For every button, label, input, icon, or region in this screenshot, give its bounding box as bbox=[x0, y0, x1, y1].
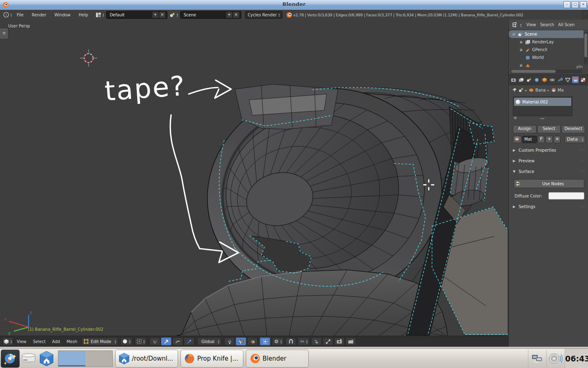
tab-render[interactable] bbox=[510, 76, 517, 83]
material-unlink-button[interactable]: × bbox=[554, 136, 561, 143]
list-resize-grip[interactable]: ══ bbox=[540, 117, 544, 121]
expand-toggle-icon[interactable]: ⊕ bbox=[519, 40, 523, 44]
vp-menu-view[interactable]: View bbox=[13, 339, 30, 344]
data-link-dropdown[interactable]: Data▴▾ bbox=[565, 136, 585, 143]
diffuse-color-swatch[interactable] bbox=[548, 192, 584, 200]
menu-render[interactable]: Render bbox=[28, 13, 51, 17]
panel-surface[interactable]: ▼ Surface ∷∷ bbox=[513, 168, 585, 175]
workspace-2[interactable] bbox=[85, 351, 112, 366]
breadcrumb-object[interactable]: Bana bbox=[535, 88, 546, 92]
occlude-geometry-button[interactable] bbox=[260, 337, 270, 346]
area-resize-grip[interactable] bbox=[581, 10, 588, 20]
file-manager-icon[interactable] bbox=[38, 350, 56, 368]
material-slot-list[interactable]: Material.002 bbox=[513, 96, 572, 116]
tab-data[interactable] bbox=[564, 76, 571, 83]
material-slot-row[interactable]: Material.002 bbox=[514, 98, 571, 106]
toolbar-expand-tab[interactable]: + bbox=[0, 28, 9, 39]
layout-selector[interactable]: Default + × bbox=[106, 11, 167, 19]
tab-render-layers[interactable] bbox=[518, 76, 524, 83]
tab-world[interactable] bbox=[533, 76, 540, 83]
expand-toggle-icon[interactable]: ⊕ bbox=[519, 63, 523, 67]
menu-window[interactable]: Window bbox=[50, 13, 74, 17]
volume-tray-icon[interactable] bbox=[546, 350, 565, 368]
pivot-selector[interactable]: ▴▾ bbox=[135, 337, 147, 346]
vp-menu-select[interactable]: Select bbox=[30, 339, 49, 344]
panel-settings[interactable]: ▶ Settings ∷∷ bbox=[513, 203, 585, 210]
outliner-menu-search[interactable]: Search bbox=[540, 22, 554, 27]
vertex-select-button[interactable] bbox=[224, 337, 235, 346]
tab-modifiers[interactable] bbox=[557, 76, 563, 83]
expand-toggle-icon[interactable]: ⊖ bbox=[511, 32, 516, 36]
render-opengl-button[interactable] bbox=[334, 337, 345, 346]
outliner-item-scene[interactable]: ⊖ Scene bbox=[509, 30, 584, 38]
menu-help[interactable]: Help bbox=[75, 13, 92, 17]
mode-selector[interactable]: Edit Mode ▴▾ bbox=[82, 337, 118, 346]
tab-material[interactable] bbox=[572, 76, 579, 83]
start-menu-button[interactable] bbox=[1, 350, 20, 368]
face-select-button[interactable] bbox=[247, 337, 258, 346]
add-slot-icon[interactable]: ⊕ bbox=[514, 116, 517, 120]
snap-target-button[interactable] bbox=[311, 337, 322, 346]
close-button[interactable]: × bbox=[580, 1, 587, 8]
viewport-3d[interactable]: tape? z bbox=[0, 20, 508, 347]
shading-selector[interactable]: ▴▾ bbox=[120, 337, 132, 346]
scene-add-button[interactable]: + bbox=[226, 12, 232, 18]
scale-manipulator-button[interactable] bbox=[184, 337, 194, 346]
assign-button[interactable]: Assign bbox=[513, 125, 537, 133]
viewport-canvas[interactable]: tape? z bbox=[0, 20, 508, 336]
tab-texture[interactable] bbox=[580, 76, 586, 83]
outliner-menu-view[interactable]: View bbox=[526, 22, 536, 27]
snap-element-selector[interactable]: ▴▾ bbox=[298, 337, 310, 346]
render-engine-selector[interactable]: Cycles Render▴▾ bbox=[245, 11, 283, 19]
menu-file[interactable]: File bbox=[13, 13, 28, 17]
outliner-horizontal-scrollbar[interactable] bbox=[510, 70, 582, 73]
taskbar-window-blender[interactable]: Blender bbox=[246, 350, 309, 368]
vp-menu-mesh[interactable]: Mesh bbox=[63, 339, 80, 344]
pin-icon[interactable] bbox=[512, 88, 517, 92]
translate-manipulator-button[interactable] bbox=[161, 337, 172, 346]
drive-shortcut-icon[interactable] bbox=[20, 350, 38, 368]
manipulate-center-button[interactable] bbox=[323, 337, 333, 346]
tab-constraints[interactable] bbox=[549, 76, 555, 83]
edge-select-button[interactable] bbox=[236, 337, 246, 346]
taskbar-window-filemanager[interactable]: /root/Downl... bbox=[115, 350, 178, 368]
window-titlebar[interactable]: Blender – ▢ × bbox=[0, 0, 588, 10]
tab-object[interactable] bbox=[541, 76, 548, 83]
breadcrumb-material[interactable]: Ma bbox=[558, 88, 564, 92]
scene-delete-button[interactable]: × bbox=[233, 12, 239, 18]
panel-preview[interactable]: ▶ Preview ∷∷ bbox=[513, 157, 585, 164]
scene-selector[interactable]: Scene + × bbox=[180, 11, 241, 19]
editor-type-icon[interactable]: i ▴▾ bbox=[3, 12, 12, 18]
layout-add-button[interactable]: + bbox=[152, 12, 158, 18]
rotate-manipulator-button[interactable] bbox=[172, 337, 183, 346]
screen-layout-icon[interactable]: ▴▾ bbox=[96, 12, 104, 18]
material-name-field[interactable]: Mat bbox=[522, 136, 537, 143]
manipulator-toggle-button[interactable] bbox=[149, 337, 160, 346]
scene-datablock-icon[interactable]: ▴▾ bbox=[169, 12, 178, 18]
select-button[interactable]: Select bbox=[537, 125, 561, 133]
editor-type-button[interactable]: ▴▾ bbox=[2, 337, 13, 346]
material-new-button[interactable]: + bbox=[546, 136, 553, 143]
outliner-item-renderlayers[interactable]: ⊕ RenderLay bbox=[509, 38, 584, 46]
outliner-item-gpencil[interactable]: ⊕ GPencil bbox=[509, 46, 584, 54]
use-nodes-button[interactable]: Use Nodes bbox=[514, 179, 584, 188]
panel-grip-icon[interactable]: ∷∷ bbox=[580, 148, 585, 152]
render-animation-button[interactable] bbox=[345, 337, 356, 346]
minimize-button[interactable]: – bbox=[564, 1, 570, 8]
proportional-edit-selector[interactable]: ▴▾ bbox=[272, 337, 284, 346]
panel-custom-properties[interactable]: ▶ Custom Properties ∷∷ bbox=[513, 146, 585, 154]
workspace-1[interactable] bbox=[58, 351, 85, 366]
outliner-item-world[interactable]: World bbox=[509, 54, 584, 61]
snap-toggle-button[interactable] bbox=[285, 337, 296, 346]
outliner-vertical-scrollbar[interactable] bbox=[584, 32, 588, 65]
outliner-item-partial[interactable]: ⊕ bbox=[509, 61, 584, 69]
network-tray-icon[interactable] bbox=[528, 350, 546, 368]
vp-menu-add[interactable]: Add bbox=[49, 339, 63, 344]
layout-delete-button[interactable]: × bbox=[159, 12, 165, 18]
outliner-editor-icon[interactable]: ▴▾ bbox=[512, 22, 521, 28]
panel-grip-icon[interactable]: ∷∷ bbox=[580, 204, 585, 209]
fake-user-button[interactable]: F bbox=[538, 136, 545, 143]
material-browse-button[interactable] bbox=[513, 136, 521, 143]
orientation-selector[interactable]: Global ▴▾ bbox=[197, 337, 221, 346]
expand-toggle-icon[interactable]: ⊕ bbox=[519, 48, 523, 52]
